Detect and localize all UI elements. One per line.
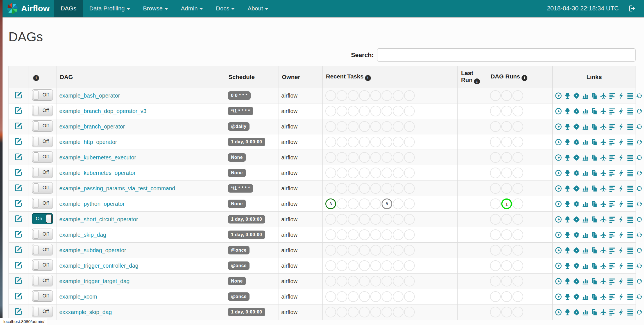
gantt-icon[interactable]	[609, 92, 616, 99]
task-tries-icon[interactable]	[591, 247, 598, 254]
recent-task-state-circle[interactable]	[393, 229, 403, 240]
edit-dag-icon[interactable]	[14, 307, 22, 315]
recent-task-state-circle[interactable]	[337, 152, 347, 163]
task-tries-icon[interactable]	[591, 185, 598, 192]
recent-task-state-circle[interactable]	[348, 276, 359, 286]
dag-run-state-circle[interactable]	[501, 137, 512, 147]
dag-run-state-circle[interactable]: 1	[501, 198, 512, 209]
tasks-duration-icon[interactable]	[582, 309, 589, 316]
trigger-dag-icon[interactable]	[555, 216, 562, 223]
dag-run-state-circle[interactable]	[513, 168, 523, 178]
landing-times-icon[interactable]	[600, 154, 607, 161]
dag-run-state-circle[interactable]	[490, 137, 501, 147]
tree-view-icon[interactable]	[564, 278, 571, 285]
edit-dag-icon[interactable]	[14, 106, 22, 114]
dag-run-state-circle[interactable]	[513, 121, 523, 132]
recent-task-state-circle[interactable]	[370, 152, 381, 163]
recent-task-state-circle[interactable]	[393, 106, 403, 116]
recent-task-state-circle[interactable]	[337, 90, 347, 101]
edit-dag-icon[interactable]	[14, 245, 22, 254]
refresh-icon[interactable]	[636, 309, 643, 316]
task-tries-icon[interactable]	[591, 231, 598, 238]
dag-link[interactable]: example_branch_dop_operator_v3	[59, 108, 146, 114]
nav-item-browse[interactable]: Browse	[137, 0, 174, 17]
dag-link[interactable]: example_kubernetes_executor	[59, 154, 136, 161]
gantt-icon[interactable]	[609, 247, 616, 254]
edit-dag-icon[interactable]	[14, 168, 22, 176]
gantt-icon[interactable]	[609, 185, 616, 192]
refresh-icon[interactable]	[636, 231, 643, 238]
dag-run-state-circle[interactable]	[490, 260, 501, 271]
edit-dag-icon[interactable]	[14, 292, 22, 300]
recent-task-state-circle[interactable]	[404, 291, 415, 302]
landing-times-icon[interactable]	[600, 309, 607, 316]
dag-link[interactable]: example_bash_operator	[59, 92, 120, 99]
edit-dag-icon[interactable]	[14, 122, 22, 130]
recent-task-state-circle[interactable]	[337, 229, 347, 240]
dag-run-state-circle[interactable]	[501, 307, 512, 317]
recent-task-state-circle[interactable]	[393, 291, 403, 302]
refresh-icon[interactable]	[636, 123, 643, 130]
dag-run-state-circle[interactable]	[501, 229, 512, 240]
recent-task-state-circle[interactable]	[370, 260, 381, 271]
graph-view-icon[interactable]	[573, 92, 580, 99]
recent-task-state-circle[interactable]	[359, 229, 370, 240]
logs-icon[interactable]	[627, 185, 634, 192]
tasks-duration-icon[interactable]	[582, 170, 589, 177]
code-view-icon[interactable]	[618, 108, 625, 115]
gantt-icon[interactable]	[609, 139, 616, 146]
dag-run-state-circle[interactable]	[501, 90, 512, 101]
recent-task-state-circle[interactable]	[348, 152, 359, 163]
schedule-badge[interactable]: @daily	[228, 122, 250, 131]
trigger-dag-icon[interactable]	[555, 247, 562, 254]
tree-view-icon[interactable]	[564, 262, 571, 269]
recent-task-state-circle[interactable]	[382, 245, 392, 256]
landing-times-icon[interactable]	[600, 247, 607, 254]
recent-task-state-circle[interactable]	[359, 307, 370, 317]
code-view-icon[interactable]	[618, 139, 625, 146]
recent-task-state-circle[interactable]	[348, 198, 359, 209]
code-view-icon[interactable]	[618, 185, 625, 192]
recent-task-state-circle[interactable]	[348, 183, 359, 194]
dag-run-state-circle[interactable]	[513, 106, 523, 116]
schedule-badge[interactable]: None	[228, 169, 246, 177]
recent-task-state-circle[interactable]	[359, 291, 370, 302]
tasks-duration-icon[interactable]	[582, 262, 589, 269]
graph-view-icon[interactable]	[573, 309, 580, 316]
schedule-badge[interactable]: 1 day, 0:00:00	[228, 138, 265, 146]
recent-task-state-circle[interactable]	[325, 245, 336, 256]
refresh-icon[interactable]	[636, 262, 643, 269]
recent-task-state-circle[interactable]	[337, 106, 347, 116]
recent-task-state-circle[interactable]	[337, 214, 347, 225]
recent-task-state-circle[interactable]	[348, 121, 359, 132]
code-view-icon[interactable]	[618, 247, 625, 254]
dag-run-state-circle[interactable]	[490, 229, 501, 240]
recent-task-state-circle[interactable]	[393, 260, 403, 271]
landing-times-icon[interactable]	[600, 200, 607, 207]
recent-task-state-circle[interactable]	[325, 276, 336, 286]
dag-run-state-circle[interactable]	[501, 291, 512, 302]
pause-toggle[interactable]: Off	[32, 105, 53, 116]
schedule-badge[interactable]: @once	[228, 261, 250, 270]
dag-run-state-circle[interactable]	[513, 276, 523, 286]
logs-icon[interactable]	[627, 92, 634, 99]
graph-view-icon[interactable]	[573, 293, 580, 300]
refresh-icon[interactable]	[636, 170, 643, 177]
dag-run-state-circle[interactable]	[490, 307, 501, 317]
graph-view-icon[interactable]	[573, 200, 580, 207]
dag-link[interactable]: example_short_circuit_operator	[59, 216, 138, 222]
graph-view-icon[interactable]	[573, 262, 580, 269]
landing-times-icon[interactable]	[600, 123, 607, 130]
task-tries-icon[interactable]	[591, 293, 598, 300]
tree-view-icon[interactable]	[564, 92, 571, 99]
code-view-icon[interactable]	[618, 92, 625, 99]
recent-task-state-circle[interactable]	[404, 152, 415, 163]
landing-times-icon[interactable]	[600, 108, 607, 115]
gantt-icon[interactable]	[609, 123, 616, 130]
recent-task-state-circle[interactable]	[325, 183, 336, 194]
recent-task-state-circle[interactable]	[359, 152, 370, 163]
dag-run-state-circle[interactable]	[501, 152, 512, 163]
schedule-badge[interactable]: @once	[228, 246, 250, 254]
logs-icon[interactable]	[627, 247, 634, 254]
tasks-duration-icon[interactable]	[582, 278, 589, 285]
